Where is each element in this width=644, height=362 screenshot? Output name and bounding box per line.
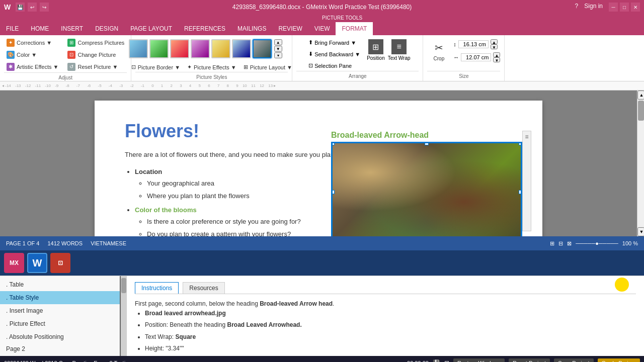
handle-mr[interactable] — [519, 190, 522, 194]
styles-scroll-up[interactable]: ▲ — [274, 39, 282, 45]
picture-layout-icon: ⊞ — [244, 64, 248, 70]
wrap-text-btn[interactable]: ≡ Text Wrap — [388, 39, 411, 61]
handle-tm[interactable] — [425, 142, 429, 145]
reset-project-btn[interactable]: Reset Project — [509, 358, 550, 362]
task-list-scroll[interactable] — [121, 276, 127, 356]
help-btn[interactable]: ? — [575, 3, 579, 12]
task-scroll-thumb[interactable] — [121, 278, 126, 293]
scroll-thumb[interactable] — [638, 101, 644, 121]
width-up[interactable]: ▲ — [493, 52, 500, 57]
style-6[interactable] — [232, 39, 251, 58]
task-tabs: Instructions Resources — [135, 282, 636, 294]
restore-windows-btn[interactable]: Restore Windows — [453, 358, 505, 362]
grade-project-btn[interactable]: Grade Proje... — [598, 358, 640, 362]
tab-references[interactable]: REFERENCES — [178, 22, 231, 35]
doc-side-icon: ≡ — [525, 133, 528, 140]
image-heading: Broad-leaved Arrow-head — [331, 131, 522, 140]
change-picture-btn[interactable]: ⊡ Change Picture — [65, 49, 127, 60]
tab-page-layout[interactable]: PAGE LAYOUT — [124, 22, 178, 35]
save-quick[interactable]: 💾 — [16, 3, 25, 12]
tab-review[interactable]: REVIEW — [272, 22, 308, 35]
style-2[interactable] — [149, 39, 169, 58]
restore-btn[interactable]: □ — [620, 3, 629, 12]
handle-ml[interactable] — [331, 190, 335, 194]
height-down[interactable]: ▼ — [491, 44, 498, 49]
position-btn[interactable]: ⊞ Position — [367, 39, 385, 61]
scroll-up-btn[interactable]: ▲ — [637, 90, 645, 100]
width-row: ↔ ▲ ▼ — [453, 52, 500, 62]
style-3[interactable] — [170, 39, 189, 58]
bring-forward-btn[interactable]: ⬆ Bring Forward ▼ — [305, 37, 364, 48]
instruction-item-5: Width: "2.5"" — [145, 355, 636, 356]
task-item-table[interactable]: . Table — [0, 278, 120, 291]
handle-tr[interactable] — [519, 142, 522, 145]
undo-quick[interactable]: ↩ — [28, 3, 37, 12]
selection-pane-btn[interactable]: ⊡ Selection Pane — [305, 60, 364, 71]
styles-scroll-down[interactable]: ▼ — [274, 46, 282, 52]
footer-icon-2[interactable]: ⊡ — [444, 359, 449, 362]
taskbar-gmx[interactable]: MX — [4, 253, 24, 273]
view-icon-1[interactable]: ⊞ — [550, 240, 554, 247]
color-btn[interactable]: 🎨 Color ▼ — [4, 49, 61, 60]
styles-expand[interactable]: ▾ — [274, 52, 282, 58]
color-icon: 🎨 — [7, 51, 15, 59]
width-input[interactable] — [461, 53, 491, 61]
tab-home[interactable]: HOME — [25, 22, 55, 35]
arrange-content: ⬆ Bring Forward ▼ ⬇ Send Backward ▼ ⊡ Se… — [305, 37, 410, 71]
task-item-absolute-positioning[interactable]: . Absolute Positioning — [0, 330, 120, 343]
image-frame[interactable] — [331, 142, 522, 236]
reset-picture-btn[interactable]: ↺ Reset Picture ▼ — [65, 61, 127, 72]
picture-layout-btn[interactable]: ⊞ Picture Layout ▼ — [241, 62, 295, 72]
word-count: 1412 WORDS — [47, 240, 83, 246]
task-item-insert-image[interactable]: . Insert Image — [0, 304, 120, 317]
crop-icon: ✂ — [431, 40, 447, 56]
taskbar-word[interactable]: W — [27, 253, 47, 273]
artistic-effects-btn[interactable]: ✱ Artistic Effects ▼ — [4, 61, 61, 72]
zoom-slider[interactable]: ─────●───── — [576, 240, 618, 246]
footer-icon-1[interactable]: 💾 — [433, 359, 440, 362]
send-backward-btn[interactable]: ⬇ Send Backward ▼ — [305, 49, 364, 59]
compress-pictures-btn[interactable]: ⊞ Compress Pictures — [65, 37, 127, 48]
scroll-down-btn[interactable]: ▼ — [637, 227, 645, 236]
style-5[interactable] — [211, 39, 230, 58]
style-4[interactable] — [191, 39, 210, 58]
height-input[interactable] — [458, 40, 489, 48]
tab-instructions[interactable]: Instructions — [135, 282, 179, 294]
view-icon-2[interactable]: ⊟ — [558, 240, 563, 247]
selection-pane-icon: ⊡ — [308, 62, 313, 69]
sign-in[interactable]: Sign in — [584, 3, 603, 12]
tab-resources[interactable]: Resources — [183, 282, 224, 294]
picture-styles-label: Picture Styles — [135, 72, 288, 80]
tab-mailings[interactable]: MAILINGS — [231, 22, 272, 35]
picture-effects-btn[interactable]: ✦ Picture Effects ▼ — [185, 62, 239, 72]
task-item-picture-effect[interactable]: . Picture Effect — [0, 317, 120, 330]
tab-design[interactable]: DESIGN — [89, 22, 124, 35]
bottom-panel: . Table . Table Style . Insert Image . P… — [0, 276, 644, 356]
task-item-table-style[interactable]: . Table Style — [0, 291, 120, 304]
close-btn[interactable]: ✕ — [631, 3, 640, 12]
save-project-btn[interactable]: Save Project — [554, 358, 593, 362]
tab-insert[interactable]: INSERT — [55, 22, 89, 35]
picture-tools-label: PICTURE TOOLS — [322, 14, 362, 22]
tab-format[interactable]: FORMAT — [336, 22, 373, 35]
handle-tl[interactable] — [331, 142, 335, 145]
corrections-btn[interactable]: ✦ Corrections ▼ — [4, 37, 61, 48]
view-icon-3[interactable]: ⊠ — [567, 240, 572, 247]
right-scrollbar[interactable]: ▲ ▼ — [637, 90, 644, 236]
width-down[interactable]: ▼ — [493, 57, 500, 62]
style-7[interactable] — [253, 39, 272, 58]
picture-border-btn[interactable]: ⊡ Picture Border ▼ — [129, 62, 183, 72]
taskbar-icon-3[interactable]: ⊡ — [50, 253, 70, 273]
redo-quick[interactable]: ↪ — [40, 3, 49, 12]
minimize-btn[interactable]: ─ — [609, 3, 618, 12]
reset-icon: ↺ — [67, 63, 75, 71]
main-area: Flowers! There are a lot of flowers out … — [0, 90, 644, 236]
height-up[interactable]: ▲ — [491, 39, 498, 44]
tab-view[interactable]: VIEW — [308, 22, 336, 35]
compress-icon: ⊞ — [67, 39, 75, 47]
crop-btn[interactable]: ✂ Crop — [427, 37, 450, 64]
tab-file[interactable]: FILE — [0, 22, 25, 35]
footer-bar: 63996480 Word 2013 Core Practice Exam 2 … — [0, 356, 644, 362]
adjust-label: Adjust — [4, 72, 127, 80]
style-1[interactable] — [129, 39, 148, 58]
